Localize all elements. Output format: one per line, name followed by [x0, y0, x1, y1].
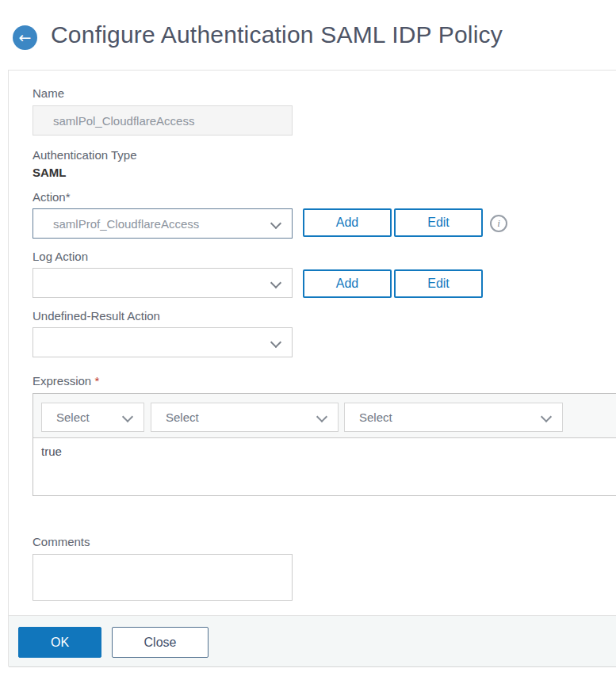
chevron-down-icon: [270, 277, 281, 288]
required-asterisk: *: [94, 374, 99, 388]
comments-label: Comments: [33, 535, 90, 548]
expression-label: Expression *: [33, 374, 99, 388]
name-label: Name: [33, 86, 64, 100]
info-icon[interactable]: i: [490, 215, 507, 232]
expression-select-2[interactable]: Select: [151, 403, 339, 432]
authentication-type-label: Authentication Type: [33, 148, 136, 162]
configure-saml-idp-policy-page: ← Configure Authentication SAML IDP Poli…: [0, 0, 616, 695]
chevron-down-icon: [541, 411, 552, 422]
action-select[interactable]: samlProf_CloudflareAccess: [33, 208, 293, 239]
expression-select-3[interactable]: Select: [344, 403, 563, 432]
footer-bar: OK Close: [9, 615, 616, 667]
expression-select-1[interactable]: Select: [41, 403, 144, 432]
chevron-down-icon: [270, 337, 281, 348]
form-panel: Name samlPol_CloudflareAccess Authentica…: [8, 70, 616, 666]
expression-editor-toolbar: Select Select Select: [33, 394, 616, 438]
chevron-down-icon: [122, 411, 133, 422]
back-button[interactable]: ←: [13, 25, 37, 50]
back-arrow-icon: ←: [19, 29, 32, 46]
expression-editor: Select Select Select true: [33, 393, 616, 496]
comments-input[interactable]: [33, 554, 293, 601]
name-field-value: samlPol_CloudflareAccess: [53, 114, 194, 128]
page-title: Configure Authentication SAML IDP Policy: [51, 21, 503, 48]
action-add-button[interactable]: Add: [303, 208, 392, 237]
authentication-type-value: SAML: [33, 166, 67, 179]
undefined-result-action-label: Undefined-Result Action: [33, 309, 160, 323]
action-edit-button[interactable]: Edit: [394, 208, 483, 237]
log-action-add-button[interactable]: Add: [303, 269, 392, 298]
log-action-label: Log Action: [33, 250, 88, 263]
expression-input[interactable]: true: [33, 438, 616, 495]
chevron-down-icon: [270, 218, 281, 229]
undefined-result-action-select[interactable]: [33, 327, 293, 357]
chevron-down-icon: [316, 411, 327, 422]
ok-button[interactable]: OK: [18, 627, 101, 658]
name-field: samlPol_CloudflareAccess: [33, 105, 293, 136]
close-button[interactable]: Close: [112, 627, 209, 658]
action-label: Action*: [33, 190, 71, 204]
log-action-edit-button[interactable]: Edit: [394, 269, 483, 298]
action-select-value: samlProf_CloudflareAccess: [53, 217, 199, 231]
info-icon-glyph: i: [497, 217, 500, 229]
log-action-select[interactable]: [33, 268, 293, 298]
